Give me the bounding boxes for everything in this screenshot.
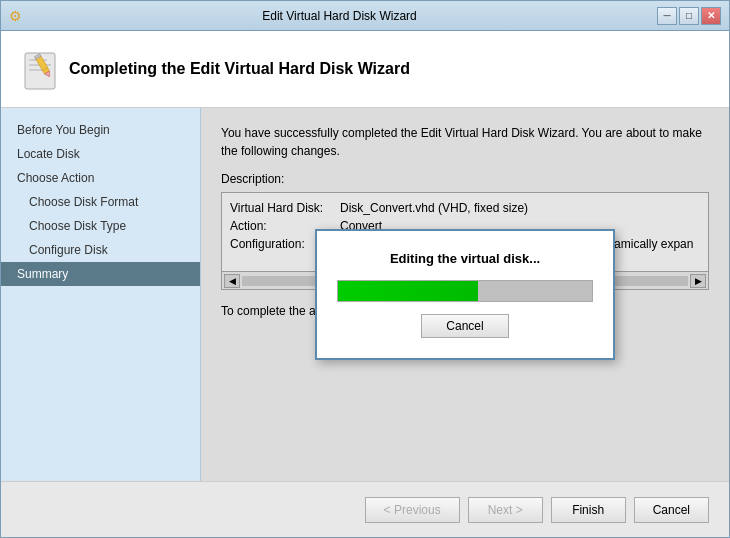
close-button[interactable]: ✕ [701,7,721,25]
sidebar: Before You Begin Locate Disk Choose Acti… [1,108,201,481]
window-title: Edit Virtual Hard Disk Wizard [22,9,657,23]
previous-button[interactable]: < Previous [365,497,460,523]
sidebar-item-configure-disk[interactable]: Configure Disk [1,238,200,262]
progress-bar-container [337,280,593,302]
modal-cancel-button[interactable]: Cancel [421,314,508,338]
title-bar: ⚙ Edit Virtual Hard Disk Wizard ─ □ ✕ [1,1,729,31]
progress-modal: Editing the virtual disk... Cancel [315,229,615,360]
footer: < Previous Next > Finish Cancel [1,481,729,537]
sidebar-item-summary[interactable]: Summary [1,262,200,286]
sidebar-item-choose-disk-type[interactable]: Choose Disk Type [1,214,200,238]
progress-bar-remaining [478,281,592,301]
header-title: Completing the Edit Virtual Hard Disk Wi… [69,60,410,78]
sidebar-item-choose-action[interactable]: Choose Action [1,166,200,190]
modal-overlay: Editing the virtual disk... Cancel [201,108,729,481]
progress-bar-fill [338,281,478,301]
header-area: Completing the Edit Virtual Hard Disk Wi… [1,31,729,108]
maximize-button[interactable]: □ [679,7,699,25]
modal-title: Editing the virtual disk... [337,251,593,266]
sidebar-item-before-you-begin[interactable]: Before You Begin [1,118,200,142]
sidebar-item-choose-disk-format[interactable]: Choose Disk Format [1,190,200,214]
sidebar-item-locate-disk[interactable]: Locate Disk [1,142,200,166]
main-content-area: You have successfully completed the Edit… [201,108,729,481]
cancel-button[interactable]: Cancel [634,497,709,523]
next-button[interactable]: Next > [468,497,543,523]
finish-button[interactable]: Finish [551,497,626,523]
main-window: ⚙ Edit Virtual Hard Disk Wizard ─ □ ✕ Co… [0,0,730,538]
title-bar-buttons: ─ □ ✕ [657,7,721,25]
title-bar-icon: ⚙ [9,8,22,24]
minimize-button[interactable]: ─ [657,7,677,25]
wizard-icon [21,45,69,93]
content-area: Before You Begin Locate Disk Choose Acti… [1,108,729,481]
